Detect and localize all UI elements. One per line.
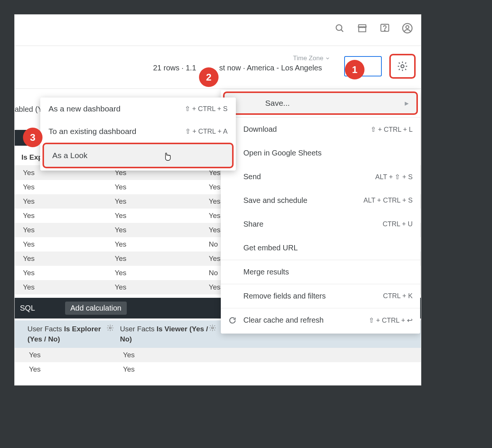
- callout-3-num: 3: [30, 132, 35, 143]
- send-shortcut: ALT + ⇧ + S: [375, 173, 413, 181]
- callout-3: 3: [23, 128, 43, 147]
- menu-item-save[interactable]: Save... ▸: [223, 91, 418, 115]
- menu-item-remove-fields[interactable]: Remove fields and filters CTRL + K: [221, 284, 420, 308]
- as-look-label: As a Look: [52, 151, 87, 160]
- remove-fields-shortcut: CTRL + K: [383, 292, 413, 300]
- merge-label: Merge results: [243, 268, 413, 276]
- header-bottom-border: [15, 88, 421, 89]
- menu-item-clear-cache[interactable]: Clear cache and refresh ⇧ + CTRL + ↩: [221, 308, 420, 332]
- download-shortcut: ⇧ + CTRL + L: [371, 125, 413, 134]
- download-label: Download: [243, 125, 371, 134]
- save-submenu: As a new dashboard ⇧ + CTRL + S To an ex…: [40, 98, 236, 171]
- chevron-down-icon: [325, 56, 330, 61]
- top-icon-bar: [334, 22, 413, 34]
- t2c1-prefix: User Facts: [27, 325, 64, 333]
- sheets-label: Open in Google Sheets: [243, 149, 413, 157]
- gear-icon: [397, 61, 408, 72]
- table2-body: YesYesYesYes: [15, 348, 421, 376]
- menu-item-googlesheets[interactable]: Open in Google Sheets: [221, 141, 420, 165]
- t2c2-prefix: User Facts: [120, 325, 156, 333]
- existing-dash-label: To an existing dashboard: [49, 127, 137, 136]
- save-label: Save...: [265, 99, 290, 108]
- header-divider: [15, 46, 421, 46]
- gear-icon[interactable]: [209, 324, 216, 332]
- svg-line-1: [341, 30, 343, 32]
- pointer-cursor-icon: [163, 151, 172, 161]
- submenu-as-look[interactable]: As a Look: [43, 143, 234, 168]
- send-label: Send: [243, 172, 375, 181]
- refresh-icon: [228, 316, 243, 325]
- clear-cache-label: Clear cache and refresh: [243, 316, 369, 325]
- help-icon[interactable]: [379, 22, 391, 34]
- svg-point-8: [109, 327, 111, 329]
- app-window: Time Zone 21 rows · 1.1 st now · America…: [14, 14, 421, 386]
- svg-point-9: [212, 327, 214, 329]
- table-row: YesYes: [15, 362, 421, 376]
- callout-1: 1: [345, 60, 364, 79]
- timezone-dropdown[interactable]: Time Zone: [293, 55, 330, 62]
- search-icon[interactable]: [334, 22, 346, 34]
- new-dash-shortcut: ⇧ + CTRL + S: [185, 105, 228, 113]
- t2-col1: User Facts Is Explorer (Yes / No): [15, 320, 117, 348]
- clear-cache-shortcut: ⇧ + CTRL + ↩: [369, 316, 413, 325]
- table-row: YesYes: [15, 348, 421, 362]
- callout-2: 2: [199, 67, 219, 87]
- bg-partial-text: abled (Y: [15, 105, 43, 114]
- status-rows: 21 rows · 1.1: [153, 64, 196, 72]
- menu-item-embed[interactable]: Get embed URL: [221, 236, 420, 260]
- gear-button[interactable]: [389, 54, 416, 79]
- timezone-label-text: Time Zone: [293, 55, 323, 62]
- status-text: 21 rows · 1.1 st now · America - Los Ang…: [153, 64, 322, 72]
- share-shortcut: CTRL + U: [383, 220, 413, 228]
- chevron-right-icon: ▸: [405, 99, 409, 108]
- status-region: America - Los Angeles: [247, 64, 322, 72]
- save-schedule-shortcut: ALT + CTRL + S: [363, 197, 413, 204]
- existing-dash-shortcut: ⇧ + CTRL + A: [185, 127, 228, 136]
- svg-point-6: [401, 65, 404, 68]
- callout-2-num: 2: [206, 72, 211, 83]
- svg-point-5: [406, 26, 409, 29]
- svg-point-0: [336, 25, 342, 30]
- submenu-new-dashboard[interactable]: As a new dashboard ⇧ + CTRL + S: [40, 98, 236, 120]
- share-label: Share: [243, 220, 383, 229]
- new-dash-label: As a new dashboard: [49, 104, 120, 113]
- gear-icon[interactable]: [106, 324, 114, 332]
- submenu-existing-dashboard[interactable]: To an existing dashboard ⇧ + CTRL + A: [40, 120, 236, 143]
- menu-item-share[interactable]: Share CTRL + U: [221, 212, 420, 236]
- status-mid: st now ·: [219, 64, 247, 72]
- gear-menu: Save... ▸ Download ⇧ + CTRL + L Open in …: [221, 90, 420, 334]
- account-icon[interactable]: [401, 22, 413, 34]
- save-schedule-label: Save and schedule: [243, 196, 363, 205]
- sql-tab[interactable]: SQL: [20, 304, 35, 312]
- t2-col2: User Facts Is Viewer (Yes / No): [117, 320, 219, 348]
- menu-item-download[interactable]: Download ⇧ + CTRL + L: [221, 117, 420, 141]
- embed-label: Get embed URL: [243, 244, 413, 252]
- menu-item-save-schedule[interactable]: Save and schedule ALT + CTRL + S: [221, 189, 420, 212]
- remove-fields-label: Remove fields and filters: [243, 292, 383, 300]
- callout-1-num: 1: [352, 64, 357, 76]
- menu-item-send[interactable]: Send ALT + ⇧ + S: [221, 165, 420, 189]
- svg-point-3: [384, 30, 385, 30]
- add-calculation-button[interactable]: Add calculation: [65, 302, 127, 315]
- marketplace-icon[interactable]: [356, 22, 368, 34]
- menu-item-merge[interactable]: Merge results: [221, 260, 420, 284]
